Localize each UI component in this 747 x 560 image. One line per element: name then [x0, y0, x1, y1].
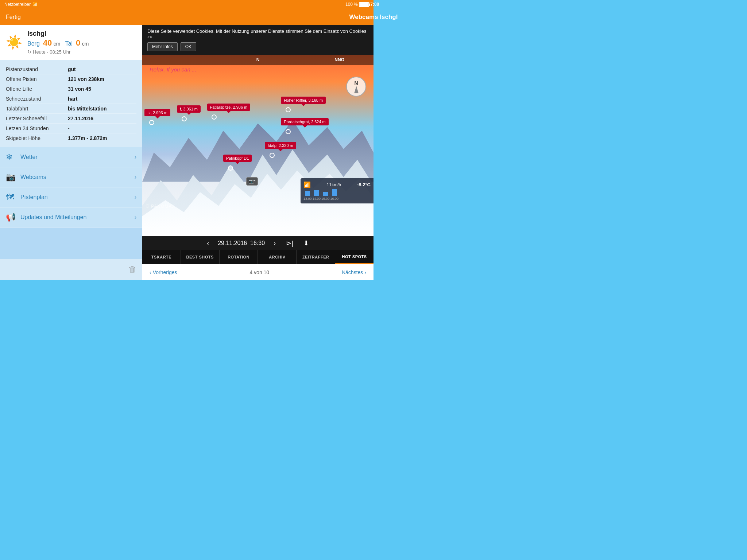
compass-nno-label: NNO	[334, 57, 344, 62]
trash-icon[interactable]: 🗑	[128, 265, 136, 274]
stat-row: Talabfahrtbis Mittelstation	[6, 104, 136, 114]
compass-bar: N NNO	[142, 55, 374, 65]
chart-column: 13:00	[303, 191, 312, 201]
tab-zeitraffer[interactable]: ZEITRAFFER	[297, 250, 335, 264]
menu-item-pistenplan[interactable]: 🗺 Pistenplan ›	[0, 187, 142, 207]
location-dot-loc2	[182, 116, 187, 121]
location-dot-loc7	[270, 153, 275, 158]
stat-label: Letzter Schneefall	[6, 116, 68, 121]
updates-chevron-icon: ›	[135, 214, 136, 221]
weather-overlay: 📶 11km/h -8.2°C 13:0014:0015:0016:00	[301, 178, 374, 203]
stat-value: hart	[68, 96, 77, 102]
tab-tskarte[interactable]: TSKARTE	[142, 250, 181, 264]
webcams-chevron-icon: ›	[135, 174, 136, 180]
tab-hot-spots[interactable]: HOT SPOTS	[335, 250, 374, 264]
prev-label: Vorheriges	[153, 269, 177, 275]
pistenplan-label: Pistenplan	[20, 194, 135, 201]
location-pin-loc4[interactable]: Hoher Riffler, 3.168 m	[281, 97, 326, 104]
mehr-infos-button[interactable]: Mehr Infos	[147, 42, 178, 51]
pagination: ‹ Vorheriges 4 von 10 Nächstes ›	[142, 264, 374, 280]
weather-sun-icon: ☀️	[6, 35, 22, 50]
stat-value: 27.11.2016	[68, 116, 93, 121]
stat-label: Pistenzustand	[6, 66, 68, 72]
stat-value: 31 von 45	[68, 86, 91, 92]
tab-archiv[interactable]: ARCHIV	[258, 250, 297, 264]
stats-table: PistenzustandgutOffene Pisten121 von 238…	[0, 60, 142, 147]
location-pin-loc1[interactable]: tz, 2.993 m	[144, 109, 170, 116]
menu-item-webcams[interactable]: 📷 Webcams ›	[0, 167, 142, 187]
webcams-icon: 📷	[6, 172, 18, 182]
stat-label: Letzen 24 Stunden	[6, 125, 68, 131]
compass-rose: N	[346, 77, 366, 97]
cookie-buttons: Mehr Infos OK	[147, 42, 368, 51]
location-pin-loc7[interactable]: Idalp, 2.320 m	[265, 142, 296, 149]
stat-label: Skigebiet Höhe	[6, 135, 68, 141]
update-time: Heute - 08:25 Uhr	[33, 49, 70, 55]
next-label: Nächstes	[342, 269, 363, 275]
nav-date: 29.11.2016 16:30	[218, 240, 265, 246]
snow-info: Berg 40 cm Tal 0 cm	[27, 38, 136, 48]
carrier-label: Netzbetreiber	[4, 2, 31, 7]
stat-row: Offene Lifte31 von 45	[6, 84, 136, 94]
mountain-scene	[142, 55, 374, 236]
wetter-icon: ❄	[6, 152, 18, 162]
temperature: -8.2°C	[357, 182, 371, 187]
updates-label: Updates und Mitteilungen	[20, 214, 135, 221]
stat-row: Offene Pisten121 von 238km	[6, 74, 136, 84]
menu-item-updates[interactable]: 📢 Updates und Mitteilungen ›	[0, 207, 142, 228]
next-page-button[interactable]: Nächstes ›	[342, 269, 366, 275]
webcam-image[interactable]: N NNO Relax. If you can ... tz, 2.993 mf…	[142, 55, 374, 236]
compass-north: N	[354, 80, 358, 86]
location-pin-loc6[interactable]: Palinkopf D1	[223, 155, 252, 162]
trash-container: 🗑	[0, 259, 142, 280]
camera-badge: 📷⁴	[246, 177, 258, 186]
cookie-text: Diese Seite verwendet Cookies. Mit der N…	[147, 28, 368, 39]
download-button[interactable]: ⬇	[302, 239, 310, 247]
berg-unit: cm	[54, 41, 61, 47]
menu-item-wetter[interactable]: ❄ Wetter ›	[0, 147, 142, 167]
nav-bar: ‹ 29.11.2016 16:30 › ⊳| ⬇	[142, 236, 374, 250]
stat-value: gut	[68, 66, 76, 72]
stat-row: Letzen 24 Stunden-	[6, 124, 136, 133]
ok-button[interactable]: OK	[181, 42, 196, 51]
resort-details: Ischgl Berg 40 cm Tal 0 cm ↻ Heute - 08:…	[27, 30, 136, 55]
stat-value: bis Mittelstation	[68, 106, 107, 112]
header-title: Webcams Ischgl	[349, 13, 374, 21]
prev-page-button[interactable]: ‹ Vorheriges	[150, 269, 177, 275]
tab-bar: TSKARTEBEST SHOTSROTATIONARCHIVZEITRAFFE…	[142, 250, 374, 264]
cookie-notice: Diese Seite verwendet Cookies. Mit der N…	[142, 25, 374, 55]
battery-indicator: 100 %	[345, 2, 369, 7]
wind-speed: 11km/h	[327, 182, 341, 187]
wind-icon: 📶	[303, 181, 311, 188]
location-pin-loc2[interactable]: f, 3.061 m	[177, 105, 201, 113]
next-time-button[interactable]: ›	[272, 240, 277, 247]
pistenplan-icon: 🗺	[6, 192, 18, 202]
app-header: Fertig Webcams Ischgl	[0, 9, 374, 25]
compass-n-label: N	[256, 57, 260, 62]
chart-column: 15:00	[321, 192, 330, 201]
stat-label: Offene Pisten	[6, 76, 68, 82]
prev-chevron-icon: ‹	[150, 269, 151, 275]
compass-arrow	[354, 86, 359, 93]
berg-label: Berg	[27, 40, 40, 47]
chart-column: 16:00	[330, 189, 339, 201]
status-bar: Netzbetreiber 📶 17:00 100 %	[0, 0, 374, 9]
stat-label: Talabfahrt	[6, 106, 68, 112]
tab-best-shots[interactable]: BEST SHOTS	[181, 250, 220, 264]
prev-time-button[interactable]: ‹	[205, 240, 210, 247]
tal-label: Tal	[65, 40, 73, 47]
stat-value: 121 von 238km	[68, 76, 104, 82]
berg-value: 40	[43, 38, 52, 47]
tab-rotation[interactable]: ROTATION	[220, 250, 258, 264]
right-panel: Diese Seite verwendet Cookies. Mit der N…	[142, 25, 374, 280]
weather-chart: 13:0014:0015:0016:00	[303, 190, 371, 201]
location-pin-loc3[interactable]: Fatlarspitze, 2.986 m	[207, 104, 251, 111]
left-panel: ☀️ Ischgl Berg 40 cm Tal 0 cm ↻ Heute - …	[0, 25, 142, 280]
latest-button[interactable]: ⊳|	[285, 239, 295, 247]
back-button[interactable]: Fertig	[6, 14, 21, 20]
resort-name: Ischgl	[27, 30, 136, 38]
wifi-icon: 📶	[32, 2, 38, 7]
location-pin-loc5[interactable]: Pardatschgrat, 2.624 m	[281, 118, 328, 125]
chart-column: 14:00	[313, 190, 321, 201]
stat-label: Schneezustand	[6, 96, 68, 102]
